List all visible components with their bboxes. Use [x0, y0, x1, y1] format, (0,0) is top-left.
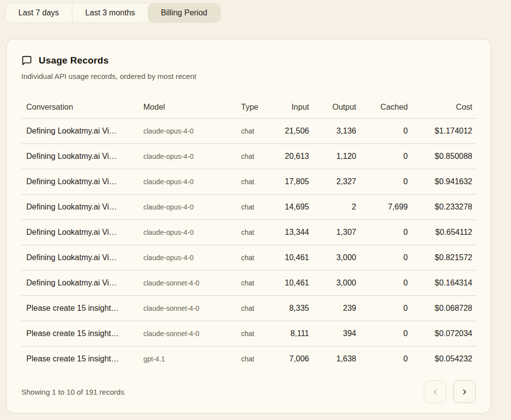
cell-cost: $0.054232 — [408, 354, 476, 363]
cell-model: claude-opus-4-0 — [143, 228, 241, 236]
cell-type: chat — [241, 203, 272, 211]
table-row: Defining Lookatmy.ai Vi…claude-opus-4-0c… — [21, 194, 476, 219]
cell-cached: 0 — [356, 304, 408, 313]
message-square-icon — [21, 55, 32, 66]
cell-conversation: Please create 15 insight… — [21, 329, 143, 338]
cell-cached: 0 — [356, 253, 408, 262]
table-row: Defining Lookatmy.ai Vi…claude-opus-4-0c… — [21, 118, 476, 143]
pagination — [424, 380, 476, 403]
cell-output: 1,307 — [309, 228, 356, 237]
cell-type: chat — [241, 254, 272, 262]
table-row: Please create 15 insight…claude-sonnet-4… — [21, 295, 476, 321]
cell-type: chat — [241, 304, 272, 312]
cell-conversation: Defining Lookatmy.ai Vi… — [21, 253, 143, 262]
page-title: Usage Records — [39, 55, 109, 66]
table-row: Defining Lookatmy.ai Vi…claude-opus-4-0c… — [21, 169, 476, 194]
cell-input: 10,461 — [272, 253, 309, 262]
cell-type: chat — [241, 152, 272, 160]
cell-input: 13,344 — [272, 228, 309, 237]
cell-cached: 0 — [356, 152, 408, 161]
table-header: ConversationModelTypeInputOutputCachedCo… — [21, 96, 476, 118]
cell-output: 3,000 — [309, 253, 356, 262]
tab-last-3-months[interactable]: Last 3 months — [72, 3, 148, 22]
cell-cached: 7,699 — [356, 203, 408, 211]
cell-input: 10,461 — [272, 279, 309, 287]
cell-input: 7,006 — [272, 354, 309, 363]
column-header-conversation: Conversation — [21, 103, 143, 112]
page-subtitle: Individual API usage records, ordered by… — [21, 72, 476, 80]
cell-type: chat — [241, 178, 272, 186]
usage-records-card: Usage Records Individual API usage recor… — [6, 39, 491, 414]
card-header: Usage Records — [21, 54, 476, 67]
cell-model: claude-sonnet-4-0 — [143, 279, 241, 287]
cell-model: claude-opus-4-0 — [143, 203, 241, 211]
cell-conversation: Defining Lookatmy.ai Vi… — [21, 203, 143, 211]
cell-cost: $0.654112 — [408, 228, 476, 237]
cell-cost: $0.850088 — [408, 152, 476, 161]
column-header-output: Output — [309, 103, 356, 112]
cell-cost: $0.233278 — [408, 203, 476, 211]
cell-input: 14,695 — [272, 203, 309, 211]
cell-input: 8,111 — [272, 329, 309, 338]
cell-cost: $0.072034 — [408, 329, 476, 338]
cell-cost: $0.941632 — [408, 177, 476, 186]
cell-type: chat — [241, 355, 272, 363]
table-row: Defining Lookatmy.ai Vi…claude-opus-4-0c… — [21, 245, 476, 270]
cell-type: chat — [241, 279, 272, 287]
records-summary: Showing 1 to 10 of 191 records — [21, 388, 125, 396]
cell-type: chat — [241, 127, 272, 135]
column-header-input: Input — [272, 103, 309, 112]
usage-page: Last 7 daysLast 3 monthsBilling Period U… — [0, 0, 511, 420]
cell-model: claude-opus-4-0 — [143, 178, 241, 186]
cell-input: 21,506 — [272, 127, 309, 136]
cell-input: 20,613 — [272, 152, 309, 161]
cell-cached: 0 — [356, 329, 408, 338]
cell-model: claude-opus-4-0 — [143, 254, 241, 262]
cell-type: chat — [241, 228, 272, 236]
cell-cached: 0 — [356, 127, 408, 136]
cell-output: 3,000 — [309, 279, 356, 287]
cell-output: 2 — [309, 203, 356, 211]
column-header-model: Model — [143, 103, 241, 112]
cell-output: 1,638 — [309, 354, 356, 363]
cell-input: 17,805 — [272, 177, 309, 186]
period-tabs: Last 7 daysLast 3 monthsBilling Period — [5, 3, 221, 23]
cell-conversation: Defining Lookatmy.ai Vi… — [21, 177, 143, 186]
cell-input: 8,335 — [272, 304, 309, 313]
chevron-left-icon — [431, 388, 440, 396]
cell-conversation: Please create 15 insight… — [21, 354, 143, 363]
chevron-right-icon — [460, 388, 469, 396]
cell-conversation: Defining Lookatmy.ai Vi… — [21, 152, 143, 161]
table-row: Defining Lookatmy.ai Vi…claude-sonnet-4-… — [21, 270, 476, 295]
usage-table: ConversationModelTypeInputOutputCachedCo… — [21, 96, 476, 371]
cell-output: 1,120 — [309, 152, 356, 161]
table-body: Defining Lookatmy.ai Vi…claude-opus-4-0c… — [21, 118, 476, 371]
prev-page-button[interactable] — [424, 380, 447, 403]
cell-model: claude-opus-4-0 — [143, 152, 241, 160]
column-header-cached: Cached — [356, 103, 408, 112]
table-row: Please create 15 insight…claude-sonnet-4… — [21, 321, 476, 346]
cell-cost: $0.068728 — [408, 304, 476, 313]
cell-model: claude-sonnet-4-0 — [143, 304, 241, 312]
column-header-cost: Cost — [408, 103, 476, 112]
cell-cached: 0 — [356, 354, 408, 363]
cell-output: 2,327 — [309, 177, 356, 186]
cell-model: claude-opus-4-0 — [143, 127, 241, 135]
cell-cost: $0.164314 — [408, 279, 476, 287]
cell-cached: 0 — [356, 279, 408, 287]
cell-output: 239 — [309, 304, 356, 313]
next-page-button[interactable] — [453, 380, 476, 403]
cell-output: 3,136 — [309, 127, 356, 136]
cell-cached: 0 — [356, 228, 408, 237]
cell-cached: 0 — [356, 177, 408, 186]
table-row: Defining Lookatmy.ai Vi…claude-opus-4-0c… — [21, 219, 476, 245]
column-header-type: Type — [241, 103, 272, 112]
cell-conversation: Defining Lookatmy.ai Vi… — [21, 127, 143, 136]
cell-model: claude-sonnet-4-0 — [143, 330, 241, 338]
tab-billing-period[interactable]: Billing Period — [148, 3, 220, 22]
table-footer: Showing 1 to 10 of 191 records — [21, 380, 476, 403]
cell-output: 394 — [309, 329, 356, 338]
cell-cost: $0.821572 — [408, 253, 476, 262]
cell-model: gpt-4.1 — [143, 355, 241, 363]
tab-last-7-days[interactable]: Last 7 days — [5, 3, 72, 22]
